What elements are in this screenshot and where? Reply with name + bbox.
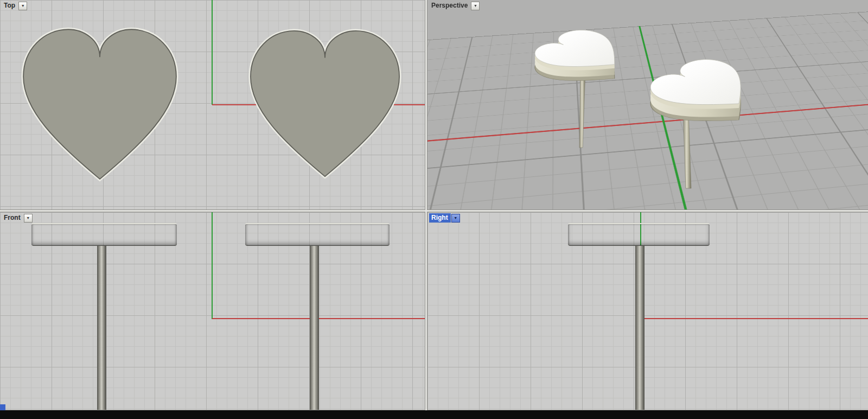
front-viewport[interactable]: Front ▼ [0, 212, 425, 410]
x-axis-line [641, 318, 868, 319]
stud-post[interactable] [635, 246, 644, 410]
y-axis-line [212, 0, 213, 105]
heart-outline-path [23, 29, 176, 179]
stud-post-right[interactable] [683, 110, 691, 188]
viewport-title-label[interactable]: Right [429, 213, 451, 223]
heart-curve-left[interactable] [16, 23, 183, 183]
perspective-viewport[interactable]: Perspective ▼ [427, 0, 868, 210]
chevron-down-icon[interactable]: ▼ [24, 214, 33, 223]
stud-post[interactable] [97, 246, 106, 410]
chevron-down-icon[interactable]: ▼ [18, 2, 27, 10]
viewport-title-front[interactable]: Front ▼ [2, 213, 33, 223]
heart-slab-side[interactable] [31, 223, 177, 246]
viewport-title-label[interactable]: Top [2, 1, 18, 10]
heart-slab-side[interactable] [568, 223, 710, 246]
heart-slab-side[interactable] [245, 223, 390, 246]
heart-stud-right[interactable] [639, 54, 773, 137]
viewport-title-top[interactable]: Top ▼ [2, 1, 27, 10]
heart-outline-path [251, 31, 399, 176]
perspective-scene[interactable] [427, 0, 868, 210]
bottom-left-accent [0, 404, 5, 410]
cad-four-view-workspace: Top ▼ [0, 0, 868, 419]
viewport-title-perspective[interactable]: Perspective ▼ [429, 1, 480, 10]
bottom-bar [0, 410, 868, 419]
viewport-title-label[interactable]: Front [2, 213, 23, 223]
y-axis-line [212, 212, 213, 319]
chevron-down-icon[interactable]: ▼ [451, 214, 460, 223]
top-viewport[interactable]: Top ▼ [0, 0, 425, 210]
stud-post[interactable] [310, 246, 319, 410]
viewport-title-label[interactable]: Perspective [429, 1, 470, 10]
right-viewport[interactable]: Right ▼ [427, 212, 868, 410]
stud-post-left[interactable] [579, 71, 585, 148]
heart-curve-right[interactable] [244, 22, 406, 183]
viewport-title-right[interactable]: Right ▼ [429, 213, 460, 223]
chevron-down-icon[interactable]: ▼ [471, 2, 480, 10]
